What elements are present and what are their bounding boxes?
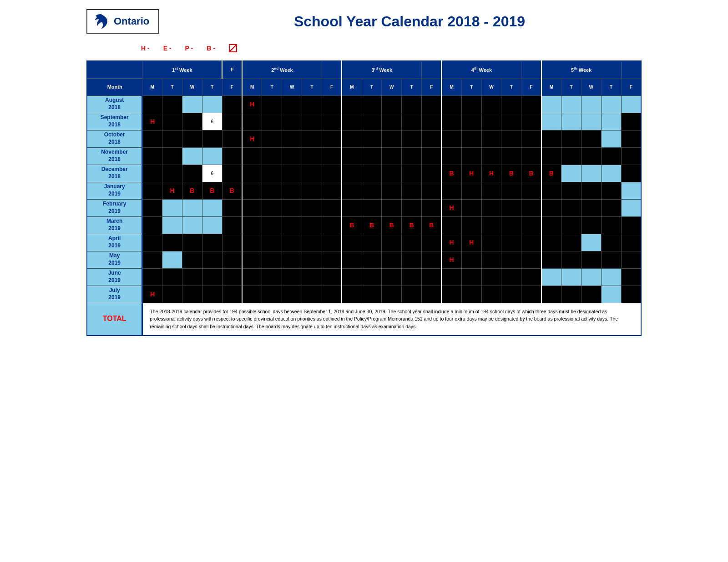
row-january-2019: January2019 H B B B xyxy=(87,182,641,199)
day-cell xyxy=(142,147,162,165)
day-cell xyxy=(382,199,402,216)
day-cell xyxy=(382,234,402,251)
day-cell xyxy=(302,234,322,251)
day-cell xyxy=(501,216,521,234)
day-cell xyxy=(222,268,242,286)
day-cell xyxy=(402,130,422,147)
row-april-2019: April2019 H H xyxy=(87,234,641,251)
day-cell xyxy=(402,268,422,286)
day-cell xyxy=(362,95,382,113)
day-cell xyxy=(142,251,162,268)
day-cell xyxy=(581,199,601,216)
day-cell xyxy=(202,286,222,303)
day-cell xyxy=(441,130,461,147)
day-cell xyxy=(501,130,521,147)
row-february-2019: February2019 H xyxy=(87,199,641,216)
day-cell xyxy=(322,268,342,286)
day-cell xyxy=(342,234,362,251)
day-cell xyxy=(262,165,282,182)
day-cell xyxy=(142,234,162,251)
day-cell xyxy=(541,251,561,268)
day-cell xyxy=(601,113,621,130)
day-cell xyxy=(581,234,601,251)
month-label-oct: October2018 xyxy=(87,130,142,147)
legend-exam: E - xyxy=(163,45,172,52)
day-cell xyxy=(142,130,162,147)
day-cell-b: B xyxy=(441,165,461,182)
day-cell xyxy=(481,130,501,147)
week4-header: 4th Week xyxy=(441,61,521,78)
week1-fri: F xyxy=(222,61,242,78)
day-cell xyxy=(142,182,162,199)
day-cell xyxy=(302,147,322,165)
day-cell xyxy=(422,147,442,165)
day-cell xyxy=(441,216,461,234)
day-cell xyxy=(402,199,422,216)
day-cell xyxy=(541,199,561,216)
day-cell: 6 xyxy=(202,113,222,130)
row-october-2018: October2018 H xyxy=(87,130,641,147)
day-cell xyxy=(601,251,621,268)
logo-text: Ontario xyxy=(114,15,149,27)
month-label-aug: August2018 xyxy=(87,95,142,113)
day-cell-h: H xyxy=(242,95,262,113)
day-cell xyxy=(362,130,382,147)
day-cell xyxy=(481,251,501,268)
total-label: TOTAL xyxy=(87,303,142,336)
day-cell xyxy=(202,251,222,268)
day-cell xyxy=(521,251,541,268)
day-cell-h: H xyxy=(441,251,461,268)
day-cell xyxy=(302,286,322,303)
day-cell xyxy=(561,165,581,182)
day-cell xyxy=(601,216,621,234)
day-cell xyxy=(581,251,601,268)
month-label-sep: September2018 xyxy=(87,113,142,130)
day-cell xyxy=(242,165,262,182)
day-cell xyxy=(242,182,262,199)
day-cell xyxy=(521,268,541,286)
legend-break: B - xyxy=(207,45,215,52)
ontario-bird-icon xyxy=(92,12,110,30)
day-cell xyxy=(142,199,162,216)
day-cell xyxy=(342,165,362,182)
day-cell xyxy=(162,95,182,113)
day-cell xyxy=(402,165,422,182)
day-cell xyxy=(222,130,242,147)
day-cell xyxy=(382,268,402,286)
day-cell xyxy=(282,130,302,147)
month-label-feb: February2019 xyxy=(87,199,142,216)
day-cell xyxy=(481,268,501,286)
page-title: School Year Calendar 2018 - 2019 xyxy=(177,13,642,30)
day-cell xyxy=(581,165,601,182)
month-col-header: Month xyxy=(87,78,142,95)
day-cell xyxy=(541,147,561,165)
month-label-dec: December2018 xyxy=(87,165,142,182)
day-cell-b: B xyxy=(382,216,402,234)
day-cell xyxy=(481,286,501,303)
day-cell xyxy=(222,147,242,165)
day-cell xyxy=(362,199,382,216)
day-cell xyxy=(362,268,382,286)
day-cell xyxy=(342,113,362,130)
day-cell xyxy=(322,130,342,147)
day-cell xyxy=(202,199,222,216)
day-cell xyxy=(222,234,242,251)
day-cell xyxy=(342,268,362,286)
day-cell xyxy=(342,199,362,216)
day-cell xyxy=(541,234,561,251)
day-cell xyxy=(581,113,601,130)
day-cell xyxy=(282,147,302,165)
week3-fri xyxy=(422,61,442,78)
day-cell xyxy=(422,182,442,199)
day-cell xyxy=(262,182,282,199)
day-cell xyxy=(461,199,481,216)
day-cell xyxy=(541,286,561,303)
day-cell-h: H xyxy=(441,234,461,251)
day-cell xyxy=(242,268,262,286)
day-cell xyxy=(182,147,202,165)
page-wrapper: Ontario School Year Calendar 2018 - 2019… xyxy=(86,9,642,336)
day-cell xyxy=(621,199,641,216)
day-cell xyxy=(342,286,362,303)
day-cell xyxy=(581,147,601,165)
day-cell xyxy=(601,130,621,147)
